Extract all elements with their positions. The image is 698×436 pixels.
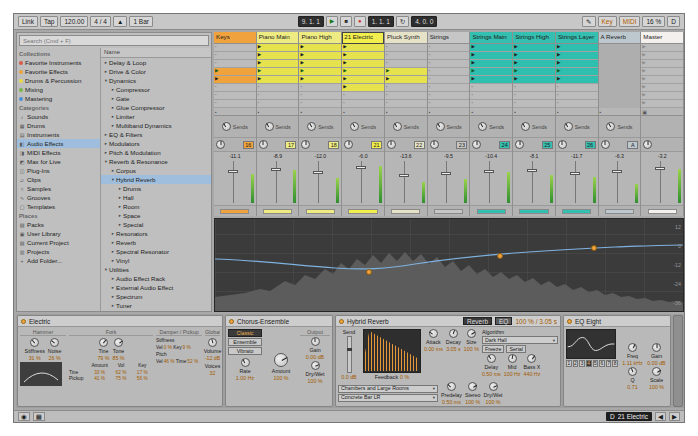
pan-knob[interactable] xyxy=(301,140,310,149)
tree-item-resonators[interactable]: ▸Resonators xyxy=(101,229,211,238)
clip[interactable]: ▶ xyxy=(470,68,512,76)
clip-stop-row[interactable]: ▪ xyxy=(513,108,555,116)
clip[interactable]: ▶ xyxy=(257,68,299,76)
freq-knob[interactable] xyxy=(628,343,637,352)
pan-knob[interactable] xyxy=(601,140,610,149)
fader-handle[interactable] xyxy=(527,169,537,172)
mode-ensemble[interactable]: Ensemble xyxy=(228,338,262,346)
clip[interactable]: ▶ xyxy=(342,76,384,84)
attack-knob[interactable] xyxy=(429,329,438,338)
clip-stop-row[interactable]: ▪ xyxy=(299,108,341,116)
clip[interactable]: ▶ xyxy=(513,60,555,68)
empty-clip-slot[interactable]: ▪ xyxy=(428,100,470,108)
track-status-box[interactable] xyxy=(477,209,506,214)
stop-button[interactable]: ■ xyxy=(340,16,352,27)
empty-clip-slot[interactable]: ▪ xyxy=(214,44,256,52)
clip[interactable]: ▶ xyxy=(513,76,555,84)
scale-knob[interactable] xyxy=(652,367,661,376)
track-header[interactable]: Strings xyxy=(428,32,470,44)
empty-clip-slot[interactable]: ▪ xyxy=(214,52,256,60)
send-a-knob[interactable] xyxy=(393,122,402,131)
clip-stop-row[interactable]: ▪ xyxy=(428,108,470,116)
empty-clip-slot[interactable]: ▪ xyxy=(385,100,427,108)
tree-item-special[interactable]: ▸Special xyxy=(101,220,211,229)
empty-clip-slot[interactable]: ▪ xyxy=(513,100,555,108)
track-number-badge[interactable]: 24 xyxy=(499,141,510,149)
fader-handle[interactable] xyxy=(655,167,665,170)
tree-item-limiter[interactable]: ▸Limiter xyxy=(101,112,211,121)
clip[interactable]: ▶ xyxy=(470,60,512,68)
eq-eight-title-bar[interactable]: EQ Eight xyxy=(564,316,670,327)
eq-band-1[interactable]: 1 xyxy=(566,360,572,367)
rate-knob[interactable] xyxy=(241,358,250,367)
fader-handle[interactable] xyxy=(356,166,366,169)
tap-tempo-button[interactable]: Tap xyxy=(40,16,58,27)
send-a-knob[interactable] xyxy=(521,122,530,131)
tine-knob[interactable] xyxy=(99,338,108,347)
fader-handle[interactable] xyxy=(570,172,580,175)
clip[interactable]: ▶ xyxy=(342,52,384,60)
track-header[interactable]: Keys xyxy=(214,32,256,44)
clip[interactable]: ▶ xyxy=(556,52,598,60)
track-status-box[interactable] xyxy=(434,209,463,214)
fader-handle[interactable] xyxy=(612,170,622,173)
eq-band-6[interactable]: 6 xyxy=(599,360,605,367)
track-number-badge[interactable]: 17 xyxy=(285,141,296,149)
tree-item-modulators[interactable]: ▸Modulators xyxy=(101,139,211,148)
clip[interactable]: ▶ xyxy=(299,60,341,68)
sidebar-item-instruments[interactable]: ▤Instruments xyxy=(17,130,100,139)
fader-handle[interactable] xyxy=(484,170,494,173)
pan-knob[interactable] xyxy=(515,140,524,149)
tree-item-utility[interactable]: ▸Utility xyxy=(101,310,211,311)
empty-clip-slot[interactable]: ▪ xyxy=(428,76,470,84)
clip[interactable]: ▶ xyxy=(470,44,512,52)
track-header[interactable]: Strings Layer xyxy=(556,32,598,44)
tree-item-glue-compressor[interactable]: ▸Glue Compressor xyxy=(101,103,211,112)
eq-mini-display[interactable] xyxy=(566,329,616,359)
track-status-box[interactable] xyxy=(306,209,335,214)
clip-stop-row[interactable]: ▪ xyxy=(342,108,384,116)
scene-launch-slot[interactable]: ▶ xyxy=(641,60,683,68)
key-map-button[interactable]: Key xyxy=(598,16,617,27)
empty-clip-slot[interactable]: ▪ xyxy=(385,92,427,100)
clip[interactable]: ▶ xyxy=(342,44,384,52)
tree-item-external-audio-effect[interactable]: ▸External Audio Effect xyxy=(101,283,211,292)
track-header[interactable]: A Reverb xyxy=(599,32,641,44)
track-number-badge[interactable]: 22 xyxy=(414,141,425,149)
quantize-menu[interactable]: 1 Bar xyxy=(129,16,153,27)
search-input[interactable] xyxy=(19,35,209,46)
volume-fader-area[interactable]: -12.0 xyxy=(299,152,341,206)
mode-vibrato[interactable]: Vibrato xyxy=(228,347,262,355)
scene-launch-slot[interactable]: ▶ xyxy=(641,68,683,76)
empty-clip-slot[interactable]: ▪ xyxy=(470,92,512,100)
empty-clip-slot[interactable]: ▪ xyxy=(470,84,512,92)
send-a-knob[interactable] xyxy=(265,122,274,131)
tree-item-dynamics[interactable]: ▾Dynamics xyxy=(101,76,211,85)
track-number-badge[interactable]: 25 xyxy=(542,141,553,149)
clip[interactable]: ▶ xyxy=(299,68,341,76)
track-header[interactable]: 21 Electric xyxy=(342,32,384,44)
tree-item-pitch-modulation[interactable]: ▸Pitch & Modulation xyxy=(101,148,211,157)
pan-knob[interactable] xyxy=(344,140,353,149)
tone-knob[interactable] xyxy=(114,338,123,347)
tree-item-spectrum[interactable]: ▸Spectrum xyxy=(101,292,211,301)
send-a-knob[interactable] xyxy=(307,122,316,131)
spectrum-display[interactable]: 120-12-24-36 xyxy=(214,218,684,312)
chorus-title-bar[interactable]: Chorus-Ensemble xyxy=(226,316,332,327)
empty-clip-slot[interactable]: ▪ xyxy=(556,84,598,92)
send-a-knob[interactable] xyxy=(222,122,231,131)
record-button[interactable]: ● xyxy=(354,16,366,27)
eq-band-5[interactable]: 5 xyxy=(593,360,599,367)
send-a-knob[interactable] xyxy=(436,122,445,131)
device-on-toggle[interactable] xyxy=(229,319,234,324)
sidebar-item-favorite-effects[interactable]: Favorite Effects xyxy=(17,67,100,76)
param-value[interactable]: 46 % xyxy=(164,359,175,364)
volume-fader-area[interactable]: -6.0 xyxy=(342,152,384,206)
sidebar-item-add-folder[interactable]: +Add Folder... xyxy=(17,256,100,265)
empty-clip-slot[interactable]: ▪ xyxy=(385,60,427,68)
eq-band-3[interactable]: 3 xyxy=(579,360,585,367)
clip-stop-row[interactable]: ▪ xyxy=(257,108,299,116)
clip[interactable]: ▶ xyxy=(342,84,384,92)
clip[interactable]: ▶ xyxy=(257,52,299,60)
pan-knob[interactable] xyxy=(643,140,652,149)
